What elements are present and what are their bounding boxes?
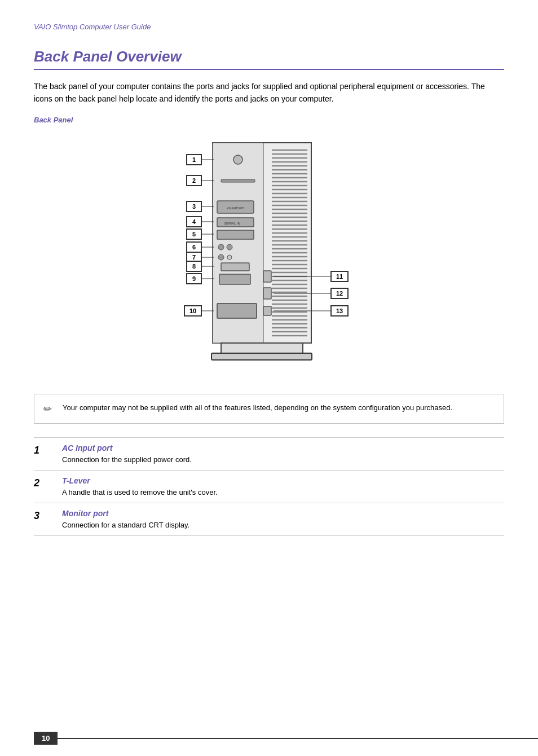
svg-text:1: 1 [192,156,196,163]
svg-rect-62 [219,274,250,284]
svg-rect-56 [217,230,254,239]
item-name-3: Monitor port [62,509,504,518]
page: VAIO Slimtop Computer User Guide Back Pa… [0,0,538,756]
svg-point-60 [227,255,232,260]
item-desc-3: Connection for a standard CRT display. [62,521,189,529]
svg-text:11: 11 [336,273,343,280]
svg-text:2: 2 [192,177,196,184]
item-name-1: AC Input port [62,443,504,452]
note-icon: ✏ [43,403,57,415]
page-footer: 10 [0,732,538,745]
item-desc-2: A handle that is used to remove the unit… [62,488,218,496]
note-text: Your computer may not be supplied with a… [63,402,452,414]
item-number-2: 2 [34,470,62,503]
items-table: 1 AC Input port Connection for the suppl… [34,437,504,536]
svg-rect-68 [211,353,312,360]
svg-text:10: 10 [189,307,196,314]
svg-point-50 [233,155,242,164]
svg-point-57 [218,244,224,250]
item-content-3: Monitor port Connection for a standard C… [62,503,504,535]
item-content-1: AC Input port Connection for the supplie… [62,437,504,470]
svg-text:12: 12 [336,290,343,297]
svg-rect-61 [221,263,249,271]
svg-text:9: 9 [192,275,196,282]
svg-rect-65 [263,288,271,299]
svg-rect-67 [221,343,303,353]
back-panel-diagram: VGA/PORT SERIAL IN [128,134,410,377]
table-row: 2 T-Lever A handle that is used to remov… [34,470,504,503]
table-row: 3 Monitor port Connection for a standard… [34,503,504,535]
item-number-3: 3 [34,503,62,535]
svg-text:SERIAL IN: SERIAL IN [224,222,240,225]
svg-rect-51 [221,179,255,182]
svg-text:VGA/PORT: VGA/PORT [227,206,244,210]
table-row: 1 AC Input port Connection for the suppl… [34,437,504,470]
diagram-area: VGA/PORT SERIAL IN [34,134,504,377]
svg-text:13: 13 [336,307,343,314]
item-name-2: T-Lever [62,476,504,485]
intro-text: The back panel of your computer contains… [34,80,504,106]
svg-text:3: 3 [192,203,196,210]
footer-line [58,738,538,739]
svg-text:8: 8 [192,263,196,270]
subsection-label: Back Panel [34,116,504,124]
section-title: Back Panel Overview [34,48,504,65]
svg-text:6: 6 [192,244,196,250]
item-number-1: 1 [34,437,62,470]
note-box: ✏ Your computer may not be supplied with… [34,394,504,424]
item-content-2: T-Lever A handle that is used to remove … [62,470,504,503]
svg-rect-66 [263,306,271,315]
svg-rect-63 [217,304,257,318]
guide-title: VAIO Slimtop Computer User Guide [34,23,504,31]
svg-point-59 [218,254,224,260]
svg-rect-64 [263,271,271,282]
page-number: 10 [34,732,58,745]
svg-text:7: 7 [192,254,196,261]
svg-point-58 [227,244,232,250]
svg-text:5: 5 [192,231,196,238]
item-desc-1: Connection for the supplied power cord. [62,455,192,464]
section-divider [34,69,504,70]
svg-text:4: 4 [192,218,196,225]
